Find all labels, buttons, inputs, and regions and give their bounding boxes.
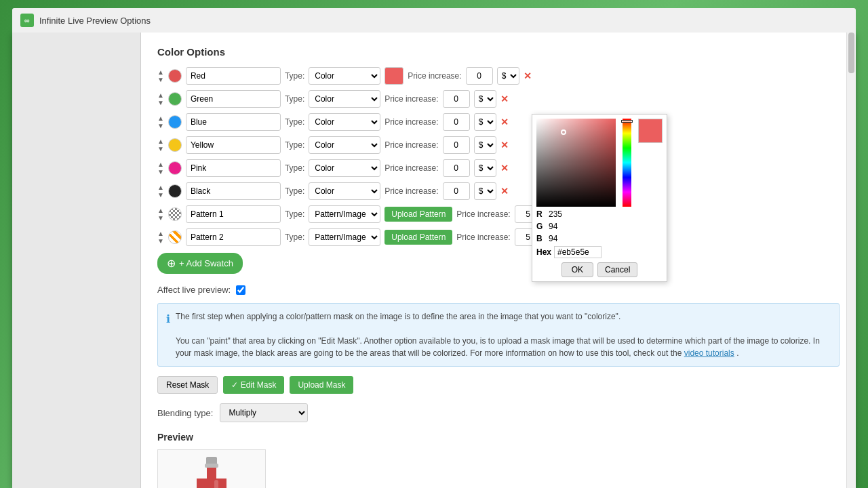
price-input-yellow[interactable] xyxy=(443,136,470,154)
type-label-black: Type: xyxy=(285,186,304,196)
currency-select-yellow[interactable]: $ xyxy=(474,136,496,154)
info-box: ℹ The first step when applying a color/p… xyxy=(157,303,840,367)
delete-btn-black[interactable]: ✕ xyxy=(500,186,509,197)
currency-select-pink[interactable]: $ xyxy=(474,159,496,177)
table-row: ▲▼ Type: ColorPattern/Image Price increa… xyxy=(157,136,840,154)
hue-bar[interactable] xyxy=(623,119,631,207)
info-text-1: The first step when applying a color/pat… xyxy=(176,312,620,321)
delete-btn-pink[interactable]: ✕ xyxy=(500,163,509,174)
type-select-blue[interactable]: ColorPattern/Image xyxy=(309,113,380,131)
type-select-red[interactable]: ColorPattern/Image xyxy=(309,67,380,85)
mask-buttons: Reset Mask ✓ Edit Mask Upload Mask xyxy=(157,376,840,394)
color-picker-saturation[interactable] xyxy=(536,119,616,207)
sort-arrows-yellow[interactable]: ▲▼ xyxy=(157,138,164,152)
delete-btn-red[interactable]: ✕ xyxy=(524,70,532,81)
app-title: Infinite Live Preview Options xyxy=(39,16,151,26)
info-text-3: . xyxy=(736,348,738,358)
preview-title: Preview xyxy=(157,432,840,443)
color-preview-red[interactable] xyxy=(384,67,403,85)
type-select-pink[interactable]: ColorPattern/Image xyxy=(309,159,380,177)
affect-preview-checkbox[interactable] xyxy=(236,285,245,295)
edit-mask-button[interactable]: ✓ Edit Mask xyxy=(223,376,284,394)
currency-select-blue[interactable]: $ xyxy=(474,113,496,131)
price-input-black[interactable] xyxy=(443,182,470,200)
name-input-black[interactable] xyxy=(186,182,281,200)
picker-cancel-button[interactable]: Cancel xyxy=(597,262,637,277)
scrollbar[interactable] xyxy=(846,33,856,488)
type-select-pattern2[interactable]: Pattern/ImageColor xyxy=(309,228,380,246)
type-select-yellow[interactable]: ColorPattern/Image xyxy=(309,136,380,154)
color-preview-swatch xyxy=(638,119,663,143)
picker-rgb-r-row: R 235 xyxy=(536,209,663,219)
currency-select-green[interactable]: $ xyxy=(474,90,496,108)
delete-btn-yellow[interactable]: ✕ xyxy=(500,140,509,150)
color-picker-popup: R 235 G 94 B 94 Hex OK Cancel xyxy=(532,114,667,282)
sort-arrows-red[interactable]: ▲▼ xyxy=(157,69,164,83)
sort-arrows-pattern2[interactable]: ▲▼ xyxy=(157,230,164,245)
name-input-pink[interactable] xyxy=(186,159,281,177)
price-input-blue[interactable] xyxy=(443,113,470,131)
type-label-red: Type: xyxy=(285,71,304,81)
reset-mask-button[interactable]: Reset Mask xyxy=(157,376,218,394)
picker-ok-button[interactable]: OK xyxy=(561,262,593,277)
price-input-pink[interactable] xyxy=(443,159,470,177)
svg-rect-5 xyxy=(214,480,218,488)
add-swatch-button[interactable]: ⊕ + Add Swatch xyxy=(157,253,243,274)
type-select-black[interactable]: ColorPattern/Image xyxy=(309,182,380,200)
preview-image-area xyxy=(157,449,266,488)
currency-select-black[interactable]: $ xyxy=(474,182,496,200)
sidebar xyxy=(12,33,141,488)
currency-select-red[interactable]: $ xyxy=(497,67,519,85)
price-input-red[interactable] xyxy=(466,67,493,85)
add-swatch-label: + Add Swatch xyxy=(179,258,233,268)
color-swatch-pattern1 xyxy=(168,207,182,221)
table-row: ▲▼ Type: Pattern/ImageColor Upload Patte… xyxy=(157,228,840,246)
name-input-red[interactable] xyxy=(186,67,281,85)
info-icon: ℹ xyxy=(166,311,170,359)
price-label-green: Price increase: xyxy=(384,94,438,104)
info-link[interactable]: video tutorials xyxy=(684,348,734,358)
sort-arrows-black[interactable]: ▲▼ xyxy=(157,184,164,199)
svg-rect-4 xyxy=(197,479,226,488)
color-swatch-blue xyxy=(168,115,182,129)
table-row: ▲▼ Type: ColorPattern/Image Price increa… xyxy=(157,90,840,108)
hex-input[interactable] xyxy=(554,246,601,258)
r-label: R xyxy=(536,209,546,219)
sort-arrows-pattern1[interactable]: ▲▼ xyxy=(157,207,164,222)
svg-rect-1 xyxy=(205,464,218,468)
name-input-green[interactable] xyxy=(186,90,281,108)
name-input-blue[interactable] xyxy=(186,113,281,131)
table-row: ▲▼ Type: ColorPattern/Image Price increa… xyxy=(157,182,840,200)
r-value: 235 xyxy=(549,209,572,219)
hex-label: Hex xyxy=(536,247,551,257)
color-swatch-pattern2 xyxy=(168,230,182,244)
sort-arrows-pink[interactable]: ▲▼ xyxy=(157,161,164,176)
name-input-pattern2[interactable] xyxy=(186,228,281,246)
color-swatch-pink xyxy=(168,161,182,175)
price-label-blue: Price increase: xyxy=(384,117,438,127)
svg-rect-2 xyxy=(207,468,216,479)
price-label-red: Price increase: xyxy=(408,71,461,81)
table-row: ▲▼ Type: ColorPattern/Image Price increa… xyxy=(157,67,840,85)
sort-arrows-blue[interactable]: ▲▼ xyxy=(157,115,164,129)
name-input-pattern1[interactable] xyxy=(186,205,281,223)
type-select-green[interactable]: ColorPattern/Image xyxy=(309,90,380,108)
upload-pattern-btn-2[interactable]: Upload Pattern xyxy=(384,230,452,245)
upload-pattern-btn-1[interactable]: Upload Pattern xyxy=(384,207,452,222)
table-row: ▲▼ Type: ColorPattern/Image Price increa… xyxy=(157,159,840,177)
b-label: B xyxy=(536,234,546,243)
delete-btn-blue[interactable]: ✕ xyxy=(500,117,509,127)
blending-type-select[interactable]: Multiply Screen Overlay Darken Lighten xyxy=(220,403,308,422)
g-label: G xyxy=(536,222,546,231)
table-row: ▲▼ Type: ColorPattern/Image Price increa… xyxy=(157,113,840,131)
upload-mask-button[interactable]: Upload Mask xyxy=(290,376,353,394)
delete-btn-green[interactable]: ✕ xyxy=(500,94,509,104)
type-label-yellow: Type: xyxy=(285,140,304,150)
app-logo: ∞ xyxy=(20,14,34,27)
type-select-pattern1[interactable]: Pattern/ImageColor xyxy=(309,205,380,223)
name-input-yellow[interactable] xyxy=(186,136,281,154)
price-input-green[interactable] xyxy=(443,90,470,108)
sort-arrows-green[interactable]: ▲▼ xyxy=(157,92,164,106)
picker-buttons: OK Cancel xyxy=(536,262,663,277)
blending-row: Blending type: Multiply Screen Overlay D… xyxy=(157,403,840,422)
